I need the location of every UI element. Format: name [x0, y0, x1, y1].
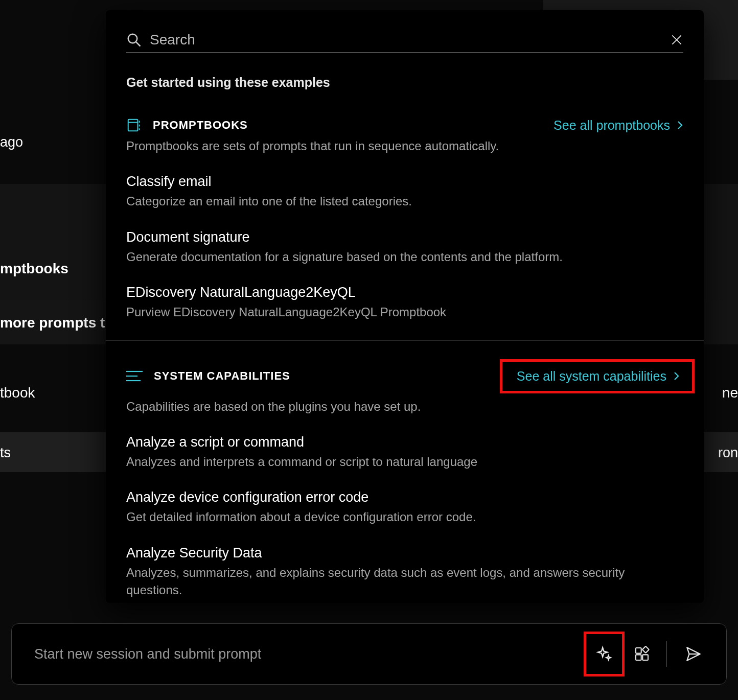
search-row — [126, 32, 683, 53]
suggestions-panel: Get started using these examples PROMPTB… — [106, 10, 704, 603]
promptbook-item-desc: Purview EDiscovery NaturalLanguage2KeyQL… — [126, 304, 683, 321]
promptbook-item[interactable]: EDiscovery NaturalLanguage2KeyQL Purview… — [126, 285, 683, 321]
promptbook-item[interactable]: Classify email Categorize an email into … — [126, 174, 683, 210]
prompt-bar — [11, 623, 727, 685]
capability-item[interactable]: Analyze a script or command Analyzes and… — [126, 434, 683, 471]
capabilities-icon — [126, 369, 143, 383]
apps-icon — [634, 646, 650, 662]
bg-text-mptbooks: mptbooks — [0, 261, 68, 277]
bg-text-ne: ne — [722, 385, 738, 401]
svg-rect-4 — [128, 120, 138, 131]
section-divider — [106, 340, 704, 341]
svg-rect-12 — [636, 648, 641, 654]
see-all-promptbooks-link[interactable]: See all promptbooks — [554, 118, 683, 133]
capability-item[interactable]: Analyze device configuration error code … — [126, 489, 683, 526]
chevron-right-icon — [674, 371, 680, 381]
svg-rect-14 — [642, 655, 648, 660]
promptbook-item[interactable]: Document signature Generate documentatio… — [126, 229, 683, 266]
capabilities-heading: SYSTEM CAPABILITIES — [154, 369, 290, 383]
sparkle-icon — [595, 645, 613, 663]
capability-item-desc: Analyzes, summarizes, and explains secur… — [126, 564, 683, 598]
bg-text-ago: ago — [0, 134, 23, 150]
send-icon — [685, 645, 702, 663]
see-all-capabilities-label: See all system capabilities — [517, 369, 666, 384]
prompts-button[interactable] — [584, 632, 625, 676]
promptbooks-heading: PROMPTBOOKS — [153, 119, 248, 132]
promptbook-item-desc: Categorize an email into one of the list… — [126, 193, 683, 210]
prompt-input[interactable] — [34, 646, 584, 662]
capability-item-desc: Analyzes and interprets a command or scr… — [126, 453, 683, 471]
prompt-bar-icons — [584, 632, 708, 676]
promptbooks-description: Promptbooks are sets of prompts that run… — [126, 139, 683, 153]
panel-tagline: Get started using these examples — [126, 75, 683, 90]
capabilities-description: Capabilities are based on the plugins yo… — [126, 400, 683, 414]
bg-text-more-prompts: more prompts tl — [0, 315, 109, 331]
promptbooks-header: PROMPTBOOKS See all promptbooks — [126, 118, 683, 133]
bg-text-tbook: tbook — [0, 385, 35, 401]
capability-item-title: Analyze Security Data — [126, 545, 683, 561]
promptbook-item-title: Document signature — [126, 229, 683, 245]
search-icon — [126, 32, 142, 48]
svg-point-0 — [128, 34, 137, 43]
bg-text-ts: ts — [0, 445, 11, 461]
capability-item[interactable]: Analyze Security Data Analyzes, summariz… — [126, 545, 683, 598]
capability-item-title: Analyze a script or command — [126, 434, 683, 450]
plugins-button[interactable] — [628, 640, 656, 668]
promptbook-item-desc: Generate documentation for a signature b… — [126, 248, 683, 266]
promptbook-item-title: Classify email — [126, 174, 683, 190]
capabilities-header: SYSTEM CAPABILITIES See all system capab… — [126, 359, 683, 393]
close-icon[interactable] — [670, 33, 683, 46]
chevron-right-icon — [677, 120, 683, 130]
vertical-divider — [666, 641, 667, 667]
svg-rect-15 — [642, 646, 649, 653]
see-all-promptbooks-label: See all promptbooks — [554, 118, 670, 133]
search-input[interactable] — [150, 32, 670, 48]
bg-text-ron: ron — [718, 445, 738, 461]
capability-item-desc: Get detailed information about a device … — [126, 508, 683, 526]
svg-rect-13 — [636, 655, 641, 660]
promptbook-item-title: EDiscovery NaturalLanguage2KeyQL — [126, 285, 683, 300]
promptbooks-icon — [126, 118, 142, 133]
see-all-capabilities-link[interactable]: See all system capabilities — [500, 359, 695, 393]
capability-item-title: Analyze device configuration error code — [126, 489, 683, 505]
svg-line-1 — [136, 42, 140, 46]
submit-button[interactable] — [679, 640, 708, 668]
